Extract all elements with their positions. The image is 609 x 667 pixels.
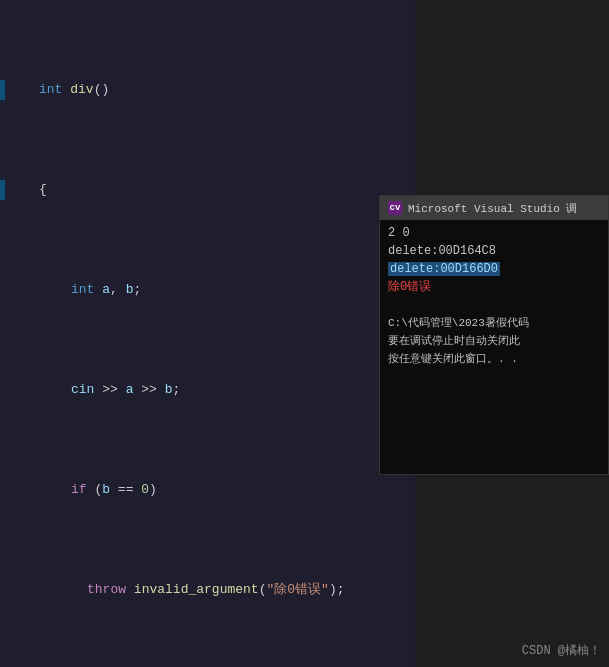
line-text: throw invalid_argument("除0错误"); xyxy=(35,580,415,600)
output-line-1: 2 0 xyxy=(388,224,600,242)
code-line-3: int a, b; xyxy=(0,280,415,300)
watermark: CSDN @橘柚！ xyxy=(522,642,601,659)
code-line-2: { xyxy=(0,180,415,200)
line-number xyxy=(5,80,35,100)
output-line-2: delete:00D164C8 xyxy=(388,242,600,260)
code-content: int div() { int a, b; cin >> a >> b; if … xyxy=(0,0,415,667)
line-text: int a, b; xyxy=(35,280,415,300)
line-number xyxy=(5,380,35,400)
terminal-titlebar: cv Microsoft Visual Studio 调 xyxy=(380,196,608,220)
output-line-8: 按任意键关闭此窗口。. . xyxy=(388,350,600,368)
terminal-output: 2 0 delete:00D164C8 delete:00D166D0 除0错误… xyxy=(380,220,608,474)
line-number xyxy=(5,480,35,500)
output-line-7: 要在调试停止时自动关闭此 xyxy=(388,332,600,350)
output-line-3: delete:00D166D0 xyxy=(388,260,600,278)
code-line-4: cin >> a >> b; xyxy=(0,380,415,400)
terminal-title: Microsoft Visual Studio 调 xyxy=(408,201,577,216)
line-number xyxy=(5,180,35,200)
line-text: { xyxy=(35,180,415,200)
line-text: cin >> a >> b; xyxy=(35,380,415,400)
code-line-6: throw invalid_argument("除0错误"); xyxy=(0,580,415,600)
output-line-6: C:\代码管理\2023暑假代码 xyxy=(388,314,600,332)
code-editor: int div() { int a, b; cin >> a >> b; if … xyxy=(0,0,415,667)
terminal-panel: cv Microsoft Visual Studio 调 2 0 delete:… xyxy=(379,195,609,475)
line-text: int div() xyxy=(35,80,415,100)
line-number xyxy=(5,280,35,300)
highlighted-delete: delete:00D166D0 xyxy=(388,262,500,276)
output-line-4: 除0错误 xyxy=(388,278,600,296)
output-line-5 xyxy=(388,296,600,314)
code-line-5: if (b == 0) xyxy=(0,480,415,500)
code-line-1: int div() xyxy=(0,80,415,100)
line-text: if (b == 0) xyxy=(35,480,415,500)
line-number xyxy=(5,580,35,600)
vs-icon: cv xyxy=(388,201,402,215)
